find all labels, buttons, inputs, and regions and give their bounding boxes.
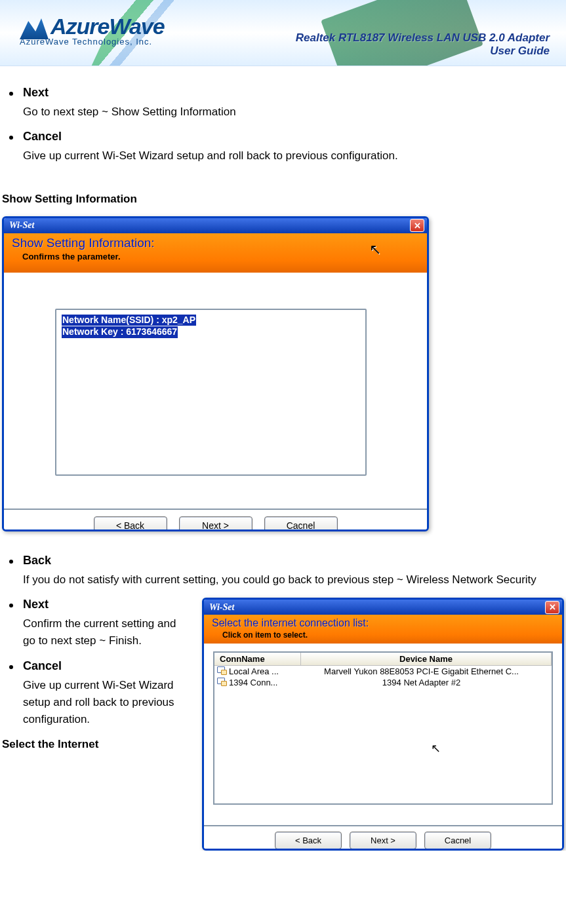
wizard-header-title: Show Setting Information: (12, 236, 419, 250)
connection-list[interactable]: ConnName Device Name Local Area ... Marv… (213, 651, 553, 805)
window-title: Wi-Set (209, 602, 234, 613)
desc-cancel: Give up current Wi-Set Wizard setup and … (23, 147, 546, 164)
desc-next2: Confirm the current setting and go to ne… (23, 615, 192, 650)
wizard-header-subtitle: Click on item to select. (222, 630, 554, 640)
cell-devicename: 1394 Net Adapter #2 (291, 678, 552, 687)
logo: AzureWave AzureWave Technologies, Inc. (20, 13, 165, 47)
desc-cancel2: Give up current Wi-Set Wizard setup and … (23, 677, 192, 729)
wizard-header: Show Setting Information: Confirms the p… (4, 233, 427, 273)
section-heading-select-internet: Select the Internet (0, 738, 194, 751)
list-item: Next Go to next step ~ Show Setting Info… (0, 86, 546, 121)
cancel-button[interactable]: Cacnel (264, 516, 338, 531)
close-icon: ✕ (414, 221, 421, 231)
wizard-body: ConnName Device Name Local Area ... Marv… (204, 644, 562, 825)
cursor-icon: ↖ (431, 741, 441, 756)
desc-next: Go to next step ~ Show Setting Informati… (23, 104, 546, 121)
logo-mark-icon (20, 13, 49, 39)
term-next2: Next (23, 598, 192, 611)
list-item: Cancel Give up current Wi-Set Wizard set… (0, 130, 546, 164)
back-button[interactable]: < Back (94, 516, 167, 531)
desc-back: If you do not satisfy with current setti… (23, 571, 546, 588)
header-title: Realtek RTL8187 Wireless LAN USB 2.0 Ada… (296, 31, 550, 58)
term-back: Back (23, 554, 546, 568)
close-button[interactable]: ✕ (410, 219, 424, 232)
setting-ssid-line: Network Name(SSID) : xp2_AP (62, 315, 196, 326)
window-titlebar: Wi-Set ✕ (204, 600, 562, 615)
list-item: Next Confirm the current setting and go … (0, 598, 192, 650)
wizard-header-subtitle: Confirms the parameter. (22, 252, 419, 261)
wizard-header: Select the internet connection list: Cli… (204, 615, 562, 644)
wizard-header-title: Select the internet connection list: (212, 617, 554, 629)
wizard-body: Network Name(SSID) : xp2_AP Network Key … (4, 273, 427, 509)
list-row[interactable]: 1394 Conn... 1394 Net Adapter #2 (214, 677, 552, 688)
cell-connname: 1394 Conn... (229, 678, 291, 687)
list-row[interactable]: Local Area ... Marvell Yukon 88E8053 PCI… (214, 666, 552, 677)
network-icon (216, 666, 227, 675)
wiset-window-show-setting: Wi-Set ✕ Show Setting Information: Confi… (2, 216, 429, 531)
list-item: Back If you do not satisfy with current … (0, 554, 546, 588)
term-next: Next (23, 86, 546, 100)
network-icon (216, 677, 227, 686)
wizard-footer: < Back Next > Cacnel (204, 825, 562, 851)
close-button[interactable]: ✕ (545, 601, 559, 614)
top-definition-list: Next Go to next step ~ Show Setting Info… (0, 86, 566, 165)
wiset-window-select-connection: Wi-Set ✕ Select the internet connection … (202, 598, 564, 851)
window-titlebar: Wi-Set ✕ (4, 218, 427, 233)
next-button[interactable]: Next > (350, 832, 416, 849)
cell-devicename: Marvell Yukon 88E8053 PCI-E Gigabit Ethe… (291, 666, 552, 676)
list-item: Cancel Give up current Wi-Set Wizard set… (0, 659, 192, 729)
logo-text: AzureWave (51, 14, 165, 39)
setting-key-line: Network Key : 6173646667 (62, 326, 178, 338)
header-title-line1: Realtek RTL8187 Wireless LAN USB 2.0 Ada… (296, 31, 550, 45)
cancel-button[interactable]: Cacnel (424, 832, 491, 849)
close-icon: ✕ (549, 602, 556, 612)
document-header: AzureWave AzureWave Technologies, Inc. R… (0, 0, 566, 66)
column-devicename: Device Name (301, 653, 552, 665)
column-connname: ConnName (214, 653, 301, 665)
settings-panel: Network Name(SSID) : xp2_AP Network Key … (55, 309, 367, 476)
back-button[interactable]: < Back (275, 832, 342, 849)
mid-definition-list: Back If you do not satisfy with current … (0, 554, 566, 588)
term-cancel2: Cancel (23, 659, 192, 673)
header-title-line2: User Guide (296, 45, 550, 58)
term-cancel: Cancel (23, 130, 546, 144)
list-header: ConnName Device Name (214, 653, 552, 666)
cell-connname: Local Area ... (229, 666, 291, 676)
section-heading-show-setting: Show Setting Information (0, 193, 566, 206)
window-title: Wi-Set (9, 220, 34, 231)
mid-definition-list-continued: Next Confirm the current setting and go … (0, 598, 194, 729)
wizard-footer: < Back Next > Cacnel (4, 509, 427, 531)
next-button[interactable]: Next > (179, 516, 253, 531)
